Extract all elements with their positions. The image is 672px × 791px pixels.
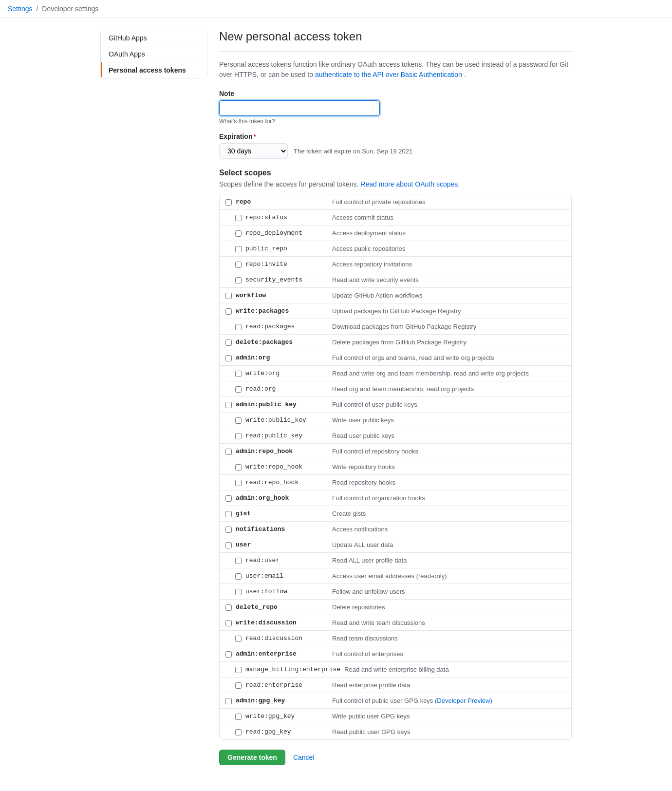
scope-checkbox-read_org[interactable] bbox=[235, 386, 242, 393]
scope-checkbox-public_repo[interactable] bbox=[235, 246, 242, 252]
scope-checkbox-repo_deployment[interactable] bbox=[235, 230, 242, 237]
note-hint: What's this token for? bbox=[219, 118, 572, 125]
scope-checkbox-write_public_key[interactable] bbox=[235, 417, 242, 424]
scope-row-read_repo_hook: read:repo_hookRead repository hooks bbox=[220, 475, 571, 490]
expiration-group: Expiration* 7 days 30 days 60 days 90 da… bbox=[219, 132, 572, 159]
scope-desc-admin_org: Full control of orgs and teams, read and… bbox=[332, 354, 494, 361]
scope-desc-write_public_key: Write user public keys bbox=[332, 416, 394, 424]
scope-row-public_repo: public_repoAccess public repositories bbox=[220, 241, 571, 257]
scope-checkbox-write_packages[interactable] bbox=[225, 308, 232, 315]
scope-checkbox-repo_status[interactable] bbox=[235, 215, 242, 221]
settings-link[interactable]: Settings bbox=[8, 5, 33, 13]
scope-checkbox-write_repo_hook[interactable] bbox=[235, 464, 242, 471]
scope-name-read_user: read:user bbox=[245, 557, 328, 564]
scope-preview-link-admin_gpg_key[interactable]: (Developer Preview) bbox=[433, 697, 492, 704]
scope-checkbox-repo_invite[interactable] bbox=[235, 262, 242, 268]
scope-checkbox-notifications[interactable] bbox=[225, 527, 232, 533]
scope-desc-admin_org_hook: Full control of organization hooks bbox=[332, 494, 425, 502]
scope-row-delete_packages: delete:packagesDelete packages from GitH… bbox=[220, 335, 571, 350]
scope-name-admin_gpg_key: admin:gpg_key bbox=[236, 697, 328, 704]
scope-checkbox-admin_org_hook[interactable] bbox=[225, 495, 232, 502]
scope-row-read_user: read:userRead ALL user profile data bbox=[220, 553, 571, 568]
scope-row-admin_gpg_key: admin:gpg_keyFull control of public user… bbox=[220, 693, 571, 709]
scope-desc-repo: Full control of private repositories bbox=[332, 198, 425, 206]
scope-row-write_discussion: write:discussionRead and write team disc… bbox=[220, 615, 571, 631]
breadcrumb: Settings / Developer settings bbox=[0, 0, 672, 18]
scope-name-user_follow: user:follow bbox=[245, 588, 328, 595]
scopes-desc-text: Scopes define the access for personal to… bbox=[219, 180, 360, 188]
main-content: New personal access token Personal acces… bbox=[219, 30, 572, 765]
scope-desc-user_follow: Follow and unfollow users bbox=[332, 588, 405, 595]
scope-checkbox-manage_billing_enterprise[interactable] bbox=[235, 667, 242, 673]
description-link[interactable]: authenticate to the API over Basic Authe… bbox=[315, 71, 462, 78]
scope-checkbox-admin_repo_hook[interactable] bbox=[225, 449, 232, 455]
scope-row-admin_org_hook: admin:org_hookFull control of organizati… bbox=[220, 490, 571, 506]
scope-checkbox-workflow[interactable] bbox=[225, 293, 232, 299]
scope-row-write_org: write:orgRead and write org and team mem… bbox=[220, 366, 571, 381]
scope-checkbox-read_gpg_key[interactable] bbox=[235, 729, 242, 735]
scope-desc-manage_billing_enterprise: Read and write enterprise billing data bbox=[344, 666, 449, 673]
scope-checkbox-repo[interactable] bbox=[225, 199, 232, 206]
scope-desc-write_gpg_key: Write public user GPG keys bbox=[332, 713, 410, 720]
sidebar: GitHub Apps OAuth Apps Personal access t… bbox=[100, 30, 207, 765]
scope-row-write_gpg_key: write:gpg_keyWrite public user GPG keys bbox=[220, 709, 571, 724]
scope-desc-repo_invite: Access repository invitations bbox=[332, 261, 412, 268]
scope-checkbox-write_org[interactable] bbox=[235, 371, 242, 377]
scope-name-security_events: security_events bbox=[245, 276, 328, 283]
scope-name-write_gpg_key: write:gpg_key bbox=[245, 713, 328, 720]
scope-checkbox-write_gpg_key[interactable] bbox=[235, 714, 242, 720]
scope-checkbox-user_email[interactable] bbox=[235, 573, 242, 580]
scope-desc-read_packages: Download packages from GitHub Package Re… bbox=[332, 323, 476, 330]
scope-checkbox-read_enterprise[interactable] bbox=[235, 682, 242, 689]
sidebar-item-personal-access-tokens[interactable]: Personal access tokens bbox=[101, 62, 207, 78]
expiration-note: The token will expire on Sun, Sep 19 202… bbox=[294, 148, 412, 155]
scope-row-read_enterprise: read:enterpriseRead enterprise profile d… bbox=[220, 678, 571, 693]
scope-checkbox-write_discussion[interactable] bbox=[225, 620, 232, 626]
scope-checkbox-admin_gpg_key[interactable] bbox=[225, 698, 232, 704]
scope-name-write_discussion: write:discussion bbox=[236, 619, 328, 626]
scope-checkbox-delete_packages[interactable] bbox=[225, 339, 232, 346]
note-input[interactable] bbox=[219, 100, 380, 116]
scope-checkbox-read_packages[interactable] bbox=[235, 324, 242, 330]
expiration-select[interactable]: 7 days 30 days 60 days 90 days Custom No… bbox=[219, 143, 288, 159]
scope-checkbox-read_repo_hook[interactable] bbox=[235, 480, 242, 486]
scope-desc-gist: Create gists bbox=[332, 510, 366, 517]
scope-checkbox-admin_public_key[interactable] bbox=[225, 402, 232, 408]
generate-token-button[interactable]: Generate token bbox=[219, 750, 285, 765]
scope-desc-read_discussion: Read team discussions bbox=[332, 635, 397, 642]
sidebar-item-oauth-apps[interactable]: OAuth Apps bbox=[101, 46, 207, 62]
scope-checkbox-gist[interactable] bbox=[225, 511, 232, 517]
breadcrumb-separator: / bbox=[36, 5, 38, 13]
scope-row-write_repo_hook: write:repo_hookWrite repository hooks bbox=[220, 459, 571, 475]
sidebar-item-github-apps[interactable]: GitHub Apps bbox=[101, 30, 207, 46]
scopes-link[interactable]: Read more about OAuth scopes. bbox=[360, 180, 460, 188]
scope-checkbox-user[interactable] bbox=[225, 542, 232, 548]
scope-name-admin_enterprise: admin:enterprise bbox=[236, 650, 328, 658]
scope-checkbox-admin_org[interactable] bbox=[225, 355, 232, 361]
scope-desc-write_org: Read and write org and team membership, … bbox=[332, 370, 529, 377]
scope-checkbox-read_discussion[interactable] bbox=[235, 636, 242, 642]
scope-checkbox-security_events[interactable] bbox=[235, 277, 242, 283]
scope-row-write_public_key: write:public_keyWrite user public keys bbox=[220, 413, 571, 428]
scope-checkbox-read_user[interactable] bbox=[235, 558, 242, 564]
note-label: Note bbox=[219, 90, 572, 97]
scope-row-repo_deployment: repo_deploymentAccess deployment status bbox=[220, 226, 571, 241]
scope-name-admin_repo_hook: admin:repo_hook bbox=[236, 448, 328, 455]
page-title: New personal access token bbox=[219, 30, 572, 52]
scope-name-delete_repo: delete_repo bbox=[236, 603, 328, 611]
scope-row-read_gpg_key: read:gpg_keyRead public user GPG keys bbox=[220, 724, 571, 739]
scope-row-read_org: read:orgRead org and team membership, re… bbox=[220, 381, 571, 397]
scope-desc-admin_gpg_key: Full control of public user GPG keys (De… bbox=[332, 697, 492, 704]
scope-checkbox-read_public_key[interactable] bbox=[235, 433, 242, 439]
cancel-button[interactable]: Cancel bbox=[291, 751, 317, 764]
scope-desc-admin_public_key: Full control of user public keys bbox=[332, 401, 417, 408]
scope-checkbox-delete_repo[interactable] bbox=[225, 604, 232, 611]
scope-name-public_repo: public_repo bbox=[245, 245, 328, 252]
scope-desc-admin_repo_hook: Full control of repository hooks bbox=[332, 448, 418, 455]
scope-checkbox-admin_enterprise[interactable] bbox=[225, 651, 232, 658]
scope-desc-admin_enterprise: Full control of enterprises bbox=[332, 650, 403, 658]
scope-name-write_repo_hook: write:repo_hook bbox=[245, 463, 328, 471]
scope-checkbox-user_follow[interactable] bbox=[235, 589, 242, 595]
scopes-title: Select scopes bbox=[219, 169, 572, 177]
scopes-table: repoFull control of private repositories… bbox=[219, 194, 572, 740]
